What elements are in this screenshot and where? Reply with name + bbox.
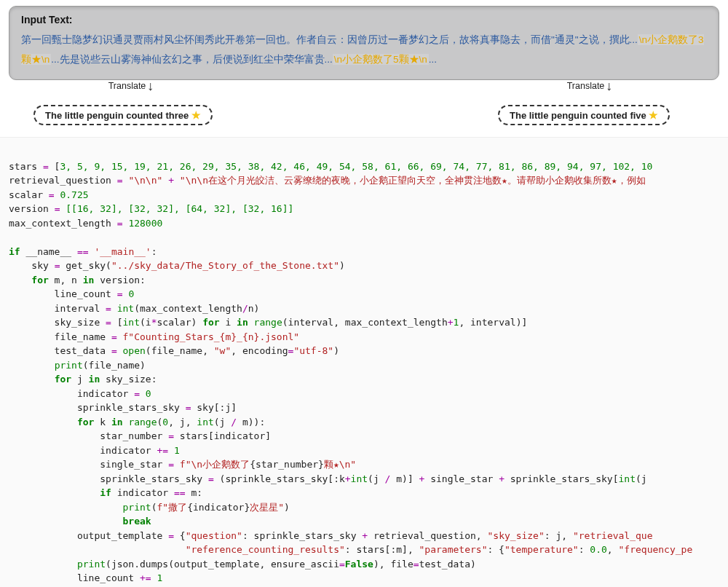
star-icon: ★ [191, 109, 201, 121]
code-line: for j in sky_size: [9, 374, 157, 385]
code-line: stars = [3, 5, 9, 15, 19, 21, 26, 29, 35… [9, 161, 652, 172]
input-body: 第一回甄士隐梦幻识通灵贾雨村风尘怀闺秀此开卷第一回也。作者自云：因曾历过一番梦幻… [21, 30, 707, 69]
code-line: "reference_counting_results": stars[:m],… [9, 544, 692, 555]
code-line: scalar = 0.725 [9, 189, 89, 200]
code-line: if indicator == m: [9, 487, 202, 498]
code-line: print(f"撒了{indicator}次星星") [9, 502, 290, 513]
code-line: print(json.dumps(output_template, ensure… [9, 559, 476, 570]
code-line: line_count = 0 [9, 288, 134, 299]
input-text-box: Input Text: 第一回甄士隐梦幻识通灵贾雨村风尘怀闺秀此开卷第一回也。作… [9, 6, 719, 80]
code-line: sprinkle_stars_sky = (sprinkle_stars_sky… [9, 473, 647, 484]
translate-right: Translate↓ [546, 79, 633, 92]
bubbles-row: The little penguin counted three ★ The l… [0, 105, 728, 131]
translate-row: Translate↓ Translate↓ [0, 79, 728, 108]
translate-label-right: Translate [567, 81, 605, 91]
code-line: indicator += 1 [9, 445, 180, 456]
code-line: retrieval_question = "\n\n" + "\n\n在这个月光… [9, 175, 646, 186]
code-line: output_template = {"question": sprinkle_… [9, 530, 653, 541]
input-prefix: 第一回甄士隐梦幻识通灵贾雨村风尘怀闺秀此开卷第一回也。作者自云：因曾历过一番梦幻… [21, 34, 638, 45]
bubble-right: The little penguin counted five ★ [498, 105, 670, 125]
input-middle: ...先是说些云山雾海神仙玄幻之事，后便说到红尘中荣华富贵... [51, 54, 333, 65]
translate-left: Translate↓ [87, 79, 175, 92]
code-blank-line [9, 232, 15, 243]
input-title: Input Text: [21, 14, 707, 25]
code-line: single_star = f"\n小企鹅数了{star_number}颗★\n… [9, 459, 356, 470]
code-line: sprinkle_stars_sky = sky[:j] [9, 402, 237, 413]
code-line: test_data = open(file_name, "w", encodin… [9, 345, 339, 356]
code-line: break [9, 516, 151, 527]
code-line: version = [[16, 32], [32, 32], [64, 32],… [9, 203, 293, 214]
translate-label-left: Translate [108, 81, 146, 91]
code-line: line_count += 1 [9, 572, 162, 583]
code-line: star_number = stars[indicator] [9, 430, 271, 441]
down-arrow-icon: ↓ [606, 79, 612, 92]
star-icon: ★ [649, 109, 658, 121]
bubble-left-text: The little penguin counted three [45, 110, 191, 121]
code-line: if __name__ == '__main__': [9, 246, 157, 257]
code-line: interval = int(max_context_length/n) [9, 303, 259, 314]
code-line: max_context_length = 128000 [9, 218, 162, 229]
bubble-right-text: The little penguin counted five [510, 110, 649, 121]
code-block: stars = [3, 5, 9, 15, 19, 21, 26, 29, 35… [0, 137, 728, 587]
code-line: for m, n in version: [9, 275, 146, 285]
marker-2: \n小企鹅数了5颗★\n [333, 54, 429, 65]
input-suffix: ... [429, 54, 437, 65]
bubble-left: The little penguin counted three ★ [33, 105, 213, 125]
code-line: file_name = f"Counting_Stars_{m}_{n}.jso… [9, 331, 299, 342]
code-line: for k in range(0, j, int(j / m)): [9, 417, 265, 428]
code-line: sky_size = [int(i*scalar) for i in range… [9, 317, 527, 328]
code-line: print(file_name) [9, 360, 146, 371]
down-arrow-icon: ↓ [147, 79, 154, 92]
code-line: sky = get_sky("../sky_data/The_Story_of_… [9, 260, 345, 271]
code-line: indicator = 0 [9, 388, 151, 399]
